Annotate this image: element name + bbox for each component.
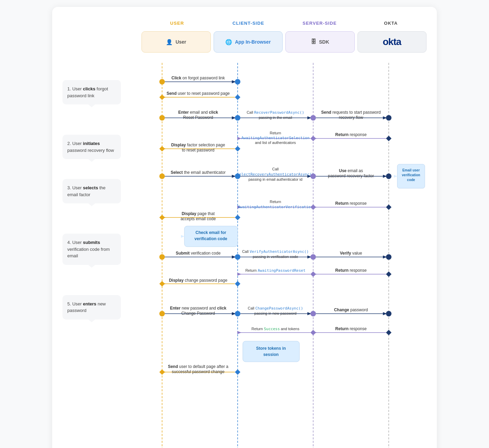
- step-3: 3. User selects the email factor: [62, 179, 121, 203]
- svg-text:accepts email code: accepts email code: [181, 216, 216, 221]
- svg-text:Return: Return: [270, 131, 281, 135]
- svg-marker-109: [310, 330, 316, 335]
- svg-text:passing in verification code: passing in verification code: [253, 255, 298, 259]
- sequence-svg: Click on forgot password link Send user …: [124, 63, 427, 448]
- svg-marker-36: [310, 136, 316, 141]
- server-icon: 🗄: [311, 39, 316, 45]
- svg-text:Return AwaitingPasswordReset: Return AwaitingPasswordReset: [245, 268, 305, 273]
- svg-point-79: [159, 254, 165, 260]
- svg-marker-90: [235, 281, 240, 287]
- svg-text:recovery flow: recovery flow: [339, 115, 363, 120]
- svg-text:Enter email and click: Enter email and click: [178, 110, 218, 115]
- step-1: 1. User clicks forgot password link: [62, 80, 121, 104]
- col-header-client: CLIENT-SIDE: [213, 21, 284, 26]
- svg-text:Call VerifyAuthenticatorAsync(: Call VerifyAuthenticatorAsync(): [242, 249, 309, 254]
- svg-text:Return: Return: [270, 200, 281, 204]
- svg-text:Email user: Email user: [402, 168, 420, 172]
- svg-point-47: [159, 173, 165, 179]
- svg-marker-110: [386, 330, 391, 335]
- svg-point-48: [235, 173, 240, 179]
- svg-text:AwaitingAuthenticatorSelection: AwaitingAuthenticatorSelection: [241, 136, 310, 140]
- svg-marker-11: [235, 94, 240, 100]
- actor-boxes: 👤 User 🌐 App In-Browser 🗄 SDK okta: [141, 31, 427, 53]
- svg-marker-64: [159, 215, 165, 220]
- svg-text:Return response: Return response: [335, 132, 367, 137]
- main-layout: 1. User clicks forgot password link 2. U…: [62, 63, 427, 448]
- svg-marker-92: [386, 271, 391, 277]
- svg-text:Call: Call: [272, 167, 279, 171]
- svg-point-101: [159, 311, 165, 316]
- svg-text:SelectRecoveryAuthenticatorAsy: SelectRecoveryAuthenticatorAsync(): [237, 172, 314, 177]
- svg-text:password recovery factor: password recovery factor: [328, 173, 374, 178]
- svg-point-49: [310, 173, 316, 179]
- svg-marker-91: [310, 271, 316, 277]
- svg-text:Display factor selection page: Display factor selection page: [171, 143, 225, 147]
- svg-text:Verify value: Verify value: [340, 251, 362, 256]
- svg-point-6: [159, 79, 165, 85]
- svg-marker-67: [386, 204, 391, 210]
- step-2: 2. User initiates password recovery flow: [62, 135, 121, 159]
- svg-point-104: [386, 311, 391, 316]
- actor-okta: okta: [357, 31, 427, 53]
- svg-marker-35: [235, 146, 240, 152]
- col-header-server: SERVER-SIDE: [284, 21, 355, 26]
- svg-point-23: [310, 115, 316, 121]
- svg-marker-65: [235, 215, 240, 220]
- svg-marker-69: [181, 235, 184, 238]
- svg-text:Change Password: Change Password: [181, 311, 215, 316]
- svg-text:passing in the email: passing in the email: [259, 115, 292, 120]
- svg-text:passing in email authenticator: passing in email authenticator id: [248, 177, 302, 181]
- svg-rect-111: [243, 341, 299, 362]
- svg-text:Send user to default page afte: Send user to default page after a: [168, 364, 228, 369]
- svg-text:Send user to reset password pa: Send user to reset password page: [167, 91, 230, 96]
- step-4: 4. User submits verification code from e…: [62, 234, 121, 265]
- svg-text:AwaitingAuthenticatorVerificat: AwaitingAuthenticatorVerification: [238, 205, 313, 209]
- svg-text:Select the email authenticator: Select the email authenticator: [171, 170, 226, 175]
- actor-user-label: User: [175, 39, 186, 45]
- col-header-okta: OKTA: [355, 21, 427, 26]
- actor-server: 🗄 SDK: [285, 31, 355, 53]
- svg-marker-37: [386, 136, 391, 141]
- svg-point-81: [310, 254, 316, 260]
- svg-text:Call ChangePasswordAsync(): Call ChangePasswordAsync(): [248, 306, 303, 311]
- actor-user: 👤 User: [141, 31, 211, 53]
- svg-marker-34: [159, 146, 165, 152]
- svg-text:Reset Password: Reset Password: [183, 115, 213, 120]
- svg-text:Enter new password and click: Enter new password and click: [170, 306, 226, 311]
- actor-client: 🌐 App In-Browser: [214, 31, 283, 53]
- svg-text:Return response: Return response: [335, 326, 367, 331]
- svg-point-24: [386, 115, 391, 121]
- svg-text:Submit verification code: Submit verification code: [176, 251, 221, 256]
- steps-column: 1. User clicks forgot password link 2. U…: [62, 63, 121, 448]
- svg-text:Change password: Change password: [334, 307, 368, 312]
- svg-text:session: session: [263, 352, 279, 357]
- svg-text:Store tokens in: Store tokens in: [256, 346, 286, 351]
- svg-marker-89: [159, 281, 165, 287]
- svg-marker-117: [159, 369, 165, 375]
- svg-point-50: [386, 173, 391, 179]
- svg-text:Return response: Return response: [335, 201, 367, 206]
- svg-text:Display change password page: Display change password page: [169, 278, 227, 283]
- svg-text:successful password change: successful password change: [172, 369, 225, 374]
- svg-text:Call RecoverPasswordAsync(): Call RecoverPasswordAsync(): [247, 110, 304, 115]
- step-5: 5. User enters new password: [62, 295, 121, 320]
- col-header-user: USER: [141, 21, 213, 26]
- svg-text:code: code: [407, 178, 415, 182]
- svg-text:Click on forgot password link: Click on forgot password link: [171, 76, 225, 80]
- diagram-container: USER CLIENT-SIDE SERVER-SIDE OKTA 👤 User…: [52, 7, 437, 448]
- client-icon: 🌐: [225, 39, 232, 45]
- svg-text:Return response: Return response: [335, 268, 367, 273]
- svg-point-103: [310, 311, 316, 316]
- svg-marker-10: [159, 94, 165, 100]
- svg-text:verification code: verification code: [194, 236, 227, 241]
- svg-marker-118: [235, 369, 240, 375]
- svg-text:Send requests to start passwor: Send requests to start password: [321, 110, 380, 115]
- svg-marker-52: [394, 175, 397, 178]
- sequence-area: Click on forgot password link Send user …: [124, 63, 427, 448]
- svg-point-80: [235, 254, 240, 260]
- svg-point-7: [235, 79, 240, 85]
- svg-text:to reset password: to reset password: [182, 148, 215, 153]
- svg-point-21: [159, 115, 165, 121]
- svg-text:Display page that: Display page that: [182, 211, 215, 216]
- svg-text:Use email as: Use email as: [339, 168, 363, 173]
